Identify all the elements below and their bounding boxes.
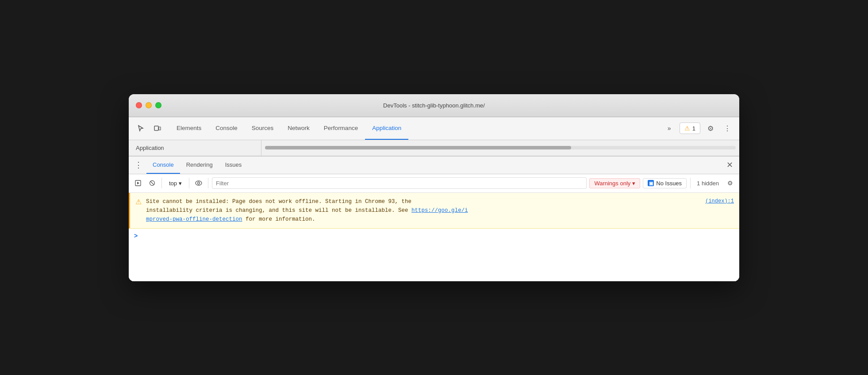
svg-rect-1 xyxy=(159,127,161,130)
tab-network[interactable]: Network xyxy=(280,117,317,140)
toolbar-divider-4 xyxy=(690,178,691,188)
devtools-toolbar: Elements Console Sources Network Perform… xyxy=(129,117,739,140)
warning-count: 1 xyxy=(692,125,695,132)
subpanel-bar: Application xyxy=(129,140,739,156)
window-title: DevTools - stitch-glib-typhoon.glitch.me… xyxy=(383,102,485,109)
main-nav-tabs: Elements Console Sources Network Perform… xyxy=(169,117,408,140)
warning-icon: ⚠ xyxy=(135,198,142,206)
console-tab-rendering[interactable]: Rendering xyxy=(180,157,219,174)
dropdown-arrow-icon: ▾ xyxy=(179,180,182,187)
console-panel: ⋮ Console Rendering Issues ✕ xyxy=(129,156,739,281)
devtools-window: DevTools - stitch-glib-typhoon.glitch.me… xyxy=(129,94,739,281)
more-tabs-button[interactable]: » xyxy=(663,122,676,135)
horizontal-scrollbar-thumb[interactable] xyxy=(265,146,571,149)
toolbar-divider-3 xyxy=(208,178,208,188)
warning-triangle-icon: ⚠ xyxy=(684,125,690,132)
app-pane-label: Application xyxy=(129,140,261,156)
maximize-button[interactable] xyxy=(155,102,161,108)
warning-message-text: Site cannot be installed: Page does not … xyxy=(146,197,734,224)
toolbar-right: » ⚠ 1 ⚙ ⋮ xyxy=(663,122,734,135)
console-settings-button[interactable]: ⚙ xyxy=(724,177,736,189)
console-toolbar: top ▾ Warnings only ▾ ▣ No Issues 1 h xyxy=(129,174,739,193)
close-button[interactable] xyxy=(136,102,142,108)
svg-rect-0 xyxy=(154,126,158,130)
device-mode-icon[interactable] xyxy=(151,122,164,135)
svg-point-7 xyxy=(198,182,200,184)
warnings-dropdown-arrow: ▾ xyxy=(632,180,635,187)
console-tab-console[interactable]: Console xyxy=(146,157,180,174)
console-tab-issues[interactable]: Issues xyxy=(219,157,248,174)
console-output: ⚠ Site cannot be installed: Page does no… xyxy=(129,193,739,281)
console-more-button[interactable]: ⋮ xyxy=(132,159,145,171)
title-bar: DevTools - stitch-glib-typhoon.glitch.me… xyxy=(129,94,739,117)
console-prompt-row: > xyxy=(129,229,739,243)
svg-point-6 xyxy=(196,181,202,185)
console-close-button[interactable]: ✕ xyxy=(723,159,736,171)
eye-icon[interactable] xyxy=(193,177,204,189)
svg-line-5 xyxy=(150,181,154,185)
no-browser-icon[interactable] xyxy=(146,177,158,189)
hidden-count: 1 hidden xyxy=(694,180,722,187)
no-issues-button[interactable]: ▣ No Issues xyxy=(643,178,687,188)
toolbar-icon-group xyxy=(134,122,164,135)
tab-sources[interactable]: Sources xyxy=(245,117,281,140)
tab-performance[interactable]: Performance xyxy=(317,117,365,140)
horizontal-scrollbar-track[interactable] xyxy=(265,146,736,149)
toolbar-divider-2 xyxy=(189,178,189,188)
warning-badge[interactable]: ⚠ 1 xyxy=(680,122,700,134)
toolbar-divider-1 xyxy=(161,178,162,188)
warning-message-row: ⚠ Site cannot be installed: Page does no… xyxy=(129,193,739,229)
warnings-dropdown[interactable]: Warnings only ▾ xyxy=(589,178,640,188)
context-select[interactable]: top ▾ xyxy=(165,179,185,188)
warning-source-link[interactable]: (index):1 xyxy=(705,197,734,206)
console-tabs-bar: ⋮ Console Rendering Issues ✕ xyxy=(129,157,739,174)
filter-input[interactable] xyxy=(212,177,587,189)
tab-elements[interactable]: Elements xyxy=(169,117,208,140)
issues-icon: ▣ xyxy=(648,180,654,186)
traffic-lights xyxy=(136,102,161,108)
minimize-button[interactable] xyxy=(146,102,152,108)
console-prompt-chevron: > xyxy=(134,232,138,239)
tab-application[interactable]: Application xyxy=(365,117,408,140)
menu-button[interactable]: ⋮ xyxy=(721,122,734,135)
tab-console[interactable]: Console xyxy=(208,117,245,140)
run-script-button[interactable] xyxy=(132,177,144,189)
settings-button[interactable]: ⚙ xyxy=(704,122,717,135)
svg-marker-3 xyxy=(137,182,139,184)
inspect-icon[interactable] xyxy=(134,122,147,135)
scrollbar-area xyxy=(261,140,739,156)
